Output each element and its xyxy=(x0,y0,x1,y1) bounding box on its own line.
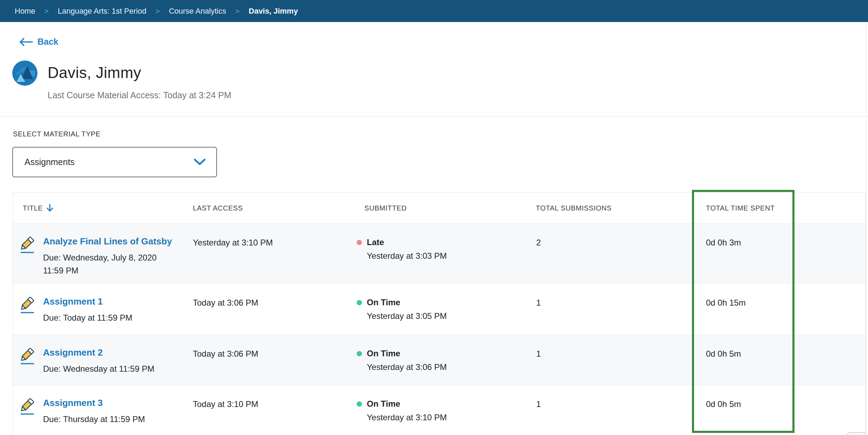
table-header-row: TITLE LAST ACCESS SUBMITTED TOTAL SUBMIS… xyxy=(13,193,866,224)
last-access-value: Today at 3:06 PM xyxy=(182,335,354,385)
total-submissions-value: 2 xyxy=(525,224,693,284)
material-type-selected-value: Assignments xyxy=(24,157,75,167)
assignment-pencil-icon xyxy=(20,237,36,256)
submission-status: On Time xyxy=(367,398,447,410)
assignment-due-date: Due: Thursday at 11:59 PM xyxy=(43,413,171,426)
status-dot-on-time xyxy=(357,351,362,356)
assignment-title-link[interactable]: Assignment 1 xyxy=(43,296,103,307)
submission-time: Yesterday at 3:03 PM xyxy=(367,251,447,261)
column-header-total-submissions[interactable]: TOTAL SUBMISSIONS xyxy=(525,193,693,223)
submission-status: On Time xyxy=(367,348,447,359)
status-dot-late xyxy=(357,240,362,245)
total-submissions-value: 1 xyxy=(525,385,693,435)
student-profile-header: Davis, Jimmy Last Course Material Access… xyxy=(12,60,231,100)
total-time-spent-value: 0d 0h 3m xyxy=(693,224,795,284)
submission-status: Late xyxy=(367,236,447,248)
status-dot-on-time xyxy=(357,401,362,407)
breadcrumb-item-course-analytics[interactable]: Course Analytics xyxy=(169,7,226,16)
table-row: Assignment 3 Due: Thursday at 11:59 PM T… xyxy=(13,385,866,435)
assignment-title-link[interactable]: Assignment 3 xyxy=(43,397,103,408)
material-type-select[interactable]: Assignments xyxy=(12,147,217,177)
last-access-value: Yesterday at 3:10 PM xyxy=(182,224,354,284)
assignment-due-date: Due: Wednesday at 11:59 PM xyxy=(43,362,171,375)
column-header-title[interactable]: TITLE xyxy=(13,193,182,223)
assignment-title-link[interactable]: Analyze Final Lines of Gatsby xyxy=(43,236,172,247)
total-time-spent-value: 0d 0h 15m xyxy=(693,284,795,335)
submission-time: Yesterday at 3:05 PM xyxy=(367,311,447,321)
column-header-total-time-spent[interactable]: TOTAL TIME SPENT xyxy=(693,193,795,223)
column-header-submitted[interactable]: SUBMITTED xyxy=(354,193,525,223)
column-header-title-label: TITLE xyxy=(23,204,43,212)
sort-descending-icon xyxy=(46,204,54,213)
breadcrumb: Home > Language Arts: 1st Period > Cours… xyxy=(0,0,868,22)
total-time-spent-value: 0d 0h 5m xyxy=(693,335,795,385)
column-header-last-access[interactable]: LAST ACCESS xyxy=(182,193,354,223)
back-arrow-icon xyxy=(19,37,33,47)
breadcrumb-separator: > xyxy=(235,7,239,15)
assignment-pencil-icon xyxy=(20,297,36,316)
page-title-student-name: Davis, Jimmy xyxy=(48,64,231,81)
table-row: Assignment 1 Due: Today at 11:59 PM Toda… xyxy=(13,284,866,335)
assignment-pencil-icon xyxy=(20,398,36,418)
submission-time: Yesterday at 3:10 PM xyxy=(367,413,447,422)
assignment-pencil-icon xyxy=(20,348,36,368)
breadcrumb-item-student: Davis, Jimmy xyxy=(249,7,298,16)
breadcrumb-separator: > xyxy=(44,7,49,15)
total-submissions-value: 1 xyxy=(525,335,693,385)
breadcrumb-item-course[interactable]: Language Arts: 1st Period xyxy=(58,7,146,16)
table-row: Analyze Final Lines of Gatsby Due: Wedne… xyxy=(13,224,866,284)
assignment-due-date: Due: Wednesday, July 8, 2020 11:59 PM xyxy=(43,251,171,277)
submission-status: On Time xyxy=(367,297,447,308)
student-avatar xyxy=(12,60,38,86)
chevron-down-icon xyxy=(194,158,206,166)
assignments-table: TITLE LAST ACCESS SUBMITTED TOTAL SUBMIS… xyxy=(12,192,866,435)
back-label: Back xyxy=(37,37,58,47)
breadcrumb-separator: > xyxy=(155,7,160,15)
submission-time: Yesterday at 3:06 PM xyxy=(367,362,447,372)
assignment-due-date: Due: Today at 11:59 PM xyxy=(43,311,171,324)
last-course-material-access: Last Course Material Access: Today at 3:… xyxy=(48,90,231,100)
right-edge-divider xyxy=(866,22,866,435)
last-access-value: Today at 3:10 PM xyxy=(182,385,354,435)
table-row: Assignment 2 Due: Wednesday at 11:59 PM … xyxy=(13,335,866,385)
total-submissions-value: 1 xyxy=(525,284,693,335)
breadcrumb-item-home[interactable]: Home xyxy=(15,7,35,16)
back-button[interactable]: Back xyxy=(19,37,58,47)
assignment-title-link[interactable]: Assignment 2 xyxy=(43,347,103,358)
column-header-empty xyxy=(795,193,866,223)
section-divider xyxy=(0,116,868,116)
status-dot-on-time xyxy=(357,300,362,305)
material-type-label: SELECT MATERIAL TYPE xyxy=(13,130,100,138)
bottom-right-widget-peek[interactable] xyxy=(846,432,867,435)
total-time-spent-value: 0d 0h 5m xyxy=(693,385,795,435)
last-access-value: Today at 3:06 PM xyxy=(182,284,354,335)
